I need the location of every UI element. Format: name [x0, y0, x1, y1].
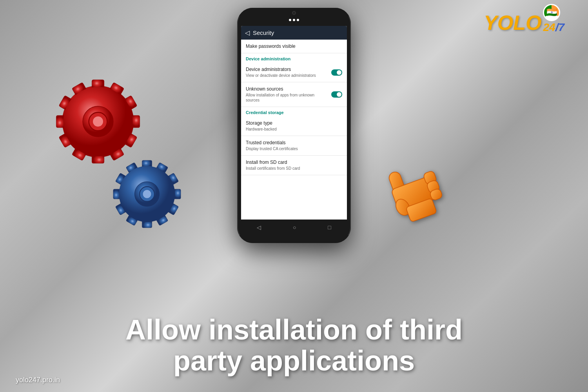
main-heading: Allow installation of third party applic…	[0, 314, 588, 376]
settings-content: Make passwords visible Device administra…	[241, 40, 347, 220]
setting-trusted-credentials[interactable]: Trusted credentials Display trusted CA c…	[241, 136, 347, 156]
setting-text: Storage type Hardware-backed	[246, 120, 342, 132]
nav-home-icon[interactable]: ○	[293, 224, 296, 230]
setting-text: Install from SD card Install certificate…	[246, 160, 342, 171]
toolbar: ◁ Security	[241, 26, 347, 40]
install-sd-subtitle: Install certificates from SD card	[246, 166, 342, 171]
setting-device-admins[interactable]: Device administrators View or deactivate…	[241, 63, 347, 82]
screen-title: Security	[253, 29, 274, 36]
setting-text: Make passwords visible	[246, 44, 342, 49]
trusted-credentials-subtitle: Display trusted CA certificates	[246, 146, 342, 151]
logo-7: 7	[558, 21, 564, 34]
device-admins-title: Device administrators	[246, 67, 328, 72]
install-sd-title: Install from SD card	[246, 160, 342, 165]
wifi-icon	[293, 19, 295, 21]
unknown-sources-subtitle: Allow installation of apps from unknown …	[246, 93, 328, 103]
logo-24: 24	[543, 21, 555, 34]
nav-back-icon[interactable]: ◁	[257, 224, 261, 230]
unknown-sources-toggle[interactable]	[331, 91, 342, 98]
make-passwords-title: Make passwords visible	[246, 44, 342, 49]
logo-slash: /	[555, 21, 559, 34]
device-admins-toggle[interactable]	[331, 69, 342, 76]
setting-text: Trusted credentials Display trusted CA c…	[246, 140, 342, 151]
heading-line2: party applications	[173, 345, 415, 376]
svg-point-31	[143, 190, 151, 198]
credential-storage-header: Credential storage	[241, 107, 347, 116]
phone-screen: ◁ Security Make passwords visible Device…	[241, 26, 347, 220]
bottom-text-container: Allow installation of third party applic…	[0, 314, 588, 376]
phone-device: ◁ Security Make passwords visible Device…	[237, 8, 351, 243]
storage-type-title: Storage type	[246, 120, 342, 126]
website-url: yolo247.pro.in	[16, 376, 60, 384]
camera-dot	[292, 11, 296, 15]
phone-nav-bar: ◁ ○ □	[241, 220, 347, 235]
logo: YOLO 🇮🇳 24 / 7	[484, 12, 564, 34]
setting-text: Unknown sources Allow installation of ap…	[246, 86, 328, 103]
gears-container	[24, 71, 188, 235]
back-arrow-icon[interactable]: ◁	[245, 29, 250, 36]
setting-unknown-sources[interactable]: Unknown sources Allow installation of ap…	[241, 82, 347, 107]
unknown-sources-title: Unknown sources	[246, 86, 328, 92]
device-admins-subtitle: View or deactivate device administrators	[246, 73, 328, 78]
gear-blue-icon	[106, 153, 188, 235]
battery-icon	[297, 19, 299, 21]
logo-text: YOLO	[484, 13, 541, 33]
setting-storage-type[interactable]: Storage type Hardware-backed	[241, 116, 347, 136]
phone-bottom	[237, 235, 351, 243]
setting-text: Device administrators View or deactivate…	[246, 67, 328, 78]
logo-flag: 🇮🇳	[543, 4, 560, 21]
storage-type-subtitle: Hardware-backed	[246, 127, 342, 132]
signal-icon	[289, 19, 291, 21]
status-bar	[286, 16, 302, 24]
nav-recent-icon[interactable]: □	[328, 224, 331, 230]
svg-point-15	[93, 116, 103, 127]
setting-make-passwords[interactable]: Make passwords visible	[241, 40, 347, 53]
heading-line1: Allow installation of third	[125, 314, 463, 345]
trusted-credentials-title: Trusted credentials	[246, 140, 342, 145]
device-admin-header: Device administration	[241, 53, 347, 63]
status-icons	[289, 19, 299, 21]
setting-install-sd[interactable]: Install from SD card Install certificate…	[241, 156, 347, 175]
